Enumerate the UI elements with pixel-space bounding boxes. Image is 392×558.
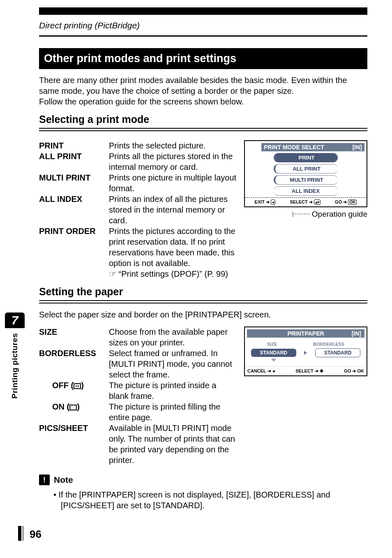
lcd-value-borderless: STANDARD [315, 348, 360, 357]
term-multi-print: MULTI PRINT [39, 172, 109, 194]
desc-all-print: Prints all the pictures stored in the in… [109, 151, 237, 172]
arrow-icon: ➜ [267, 368, 271, 373]
lcd-footer-bar: CANCEL ➜ ◂ SELECT ➜ ✥ GO ➜ OK [245, 366, 367, 375]
term-all-index: ALL INDEX [39, 194, 109, 226]
left-key-icon: ◂ [271, 199, 275, 205]
desc-print-order: Prints the pictures according to the pri… [109, 226, 237, 269]
left-key-icon: ◂ [272, 368, 275, 373]
section-title: Other print modes and print settings [39, 48, 367, 69]
lcd-item-multi-print: MULTI PRINT [274, 175, 338, 185]
lcd-title: PRINTPAPER [287, 330, 324, 337]
arrow-icon: ➜ [266, 199, 270, 204]
term-print: PRINT [39, 140, 109, 151]
divider [39, 303, 367, 303]
divider [39, 128, 367, 129]
page-number: 96 [30, 528, 42, 541]
side-chapter-label: Printing pictures [10, 333, 19, 398]
frame-off-icon [74, 383, 81, 389]
arrow-icon: ➜ [343, 199, 347, 204]
note-label: Note [54, 475, 73, 485]
term-borderless: BORDERLESS [39, 348, 109, 380]
page-number-block: 96 [18, 526, 42, 541]
down-arrow-icon [271, 359, 276, 362]
term-size: SIZE [39, 326, 109, 348]
top-black-bar [39, 7, 367, 15]
lcd-item-all-index: ALL INDEX [274, 186, 338, 196]
desc-off: The picture is printed inside a blank fr… [109, 380, 237, 401]
term-print-order: PRINT ORDER [39, 226, 109, 269]
arrow-icon: ➜ [309, 199, 313, 204]
subsection-select-mode: Selecting a print mode [39, 113, 367, 125]
lcd-operation-guide-bar: EXIT ➜ ◂ SELECT ➜ ▴▾ GO ➜ OK [245, 197, 367, 206]
desc-all-index: Prints an index of all the pictures stor… [109, 194, 237, 226]
lcd-in-tag: [IN] [352, 330, 361, 337]
lcd-item-print: PRINT [274, 153, 338, 162]
intro-text: There are many other print modes availab… [39, 75, 367, 107]
setting-paper-intro: Select the paper size and border on the … [39, 309, 367, 320]
divider [39, 130, 367, 131]
print-mode-definitions: PRINTPrints the selected picture. ALL PR… [39, 140, 237, 279]
lcd-in-tag: [IN] [353, 144, 362, 150]
ok-key-icon: OK [357, 368, 364, 373]
desc-size: Choose from the available paper sizes on… [109, 326, 237, 348]
updown-key-icon: ▴▾ [314, 199, 321, 205]
term-on: ON () [39, 401, 109, 423]
ok-key-icon: OK [348, 199, 357, 205]
desc-print: Prints the selected picture. [109, 140, 237, 151]
lcd-printpaper: PRINTPAPER [IN] SIZE BORDERLESS STANDARD… [244, 326, 367, 465]
operation-guide-caption: Operation guide [244, 210, 367, 219]
side-tab: 7 Printing pictures [5, 313, 25, 400]
divider [39, 300, 367, 301]
term-off: OFF () [39, 380, 109, 401]
desc-multi-print: Prints one picture in multiple layout fo… [109, 172, 237, 194]
subsection-setting-paper: Setting the paper [39, 286, 367, 298]
chapter-number: 7 [5, 313, 25, 328]
desc-borderless: Select framed or unframed. In [MULTI PRI… [109, 348, 237, 380]
lcd-value-size: STANDARD [251, 349, 296, 357]
cross-reference: ☞ “Print settings (DPOF)” (P. 99) [109, 269, 228, 278]
desc-on: The picture is printed filling the entir… [109, 401, 237, 423]
note-bullet: • If the [PRINTPAPER] screen is not disp… [53, 489, 367, 511]
desc-pics-sheet: Available in [MULTI PRINT] mode only. Th… [109, 423, 237, 465]
term-all-print: ALL PRINT [39, 151, 109, 172]
right-arrow-icon [304, 351, 307, 355]
paper-definitions: SIZEChoose from the available paper size… [39, 326, 237, 465]
lcd-print-mode-select: PRINT MODE SELECT [IN] PRINT ALL PRINT M… [244, 140, 367, 279]
chapter-title: Direct printing (PictBridge) [39, 21, 392, 30]
lcd-item-all-print: ALL PRINT [274, 164, 338, 174]
nav-key-icon: ✥ [320, 368, 323, 373]
divider [39, 35, 367, 37]
arrow-icon: ➜ [352, 368, 356, 373]
arrow-icon: ➜ [315, 368, 318, 373]
term-pics-sheet: PICS/SHEET [39, 423, 109, 465]
lcd-title: PRINT MODE SELECT [264, 144, 324, 150]
lcd-col-size: SIZE [267, 342, 277, 347]
lcd-col-borderless: BORDERLESS [313, 342, 344, 347]
note-badge-icon: ! [39, 475, 50, 485]
frame-on-icon [69, 405, 77, 410]
